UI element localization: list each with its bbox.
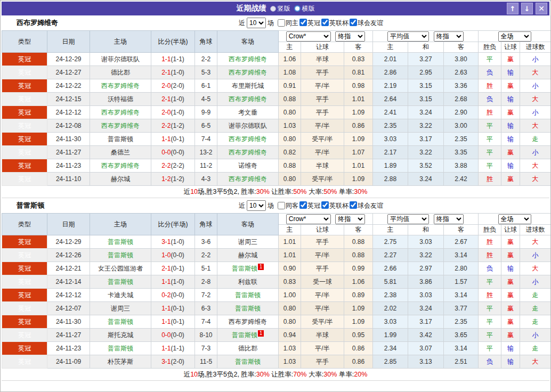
- home-team-cell: 西布罗姆维奇: [90, 159, 151, 173]
- move-down-button[interactable]: ↓: [521, 3, 533, 14]
- final-euro-odds-select[interactable]: 终指: [434, 31, 464, 42]
- team-name: 利兹联: [238, 278, 257, 285]
- layout-horizontal-radio[interactable]: 横版: [294, 4, 315, 13]
- team-name: 朴茨茅斯: [108, 358, 133, 365]
- fulltime-select[interactable]: 全场: [498, 31, 531, 42]
- euro-home-odds: 2.75: [373, 235, 408, 249]
- red-card-badge: 1: [258, 264, 264, 270]
- result-cell: 平: [479, 315, 501, 329]
- asian-away-odds: 1.09: [344, 133, 373, 146]
- handicap-result-cell: 输: [501, 159, 520, 173]
- league-badge: 英冠: [2, 289, 47, 302]
- team-name: 普雷斯顿: [108, 135, 133, 143]
- away-team-cell: 普雷斯顿1: [217, 262, 279, 275]
- halftime-score: (0-1): [171, 318, 184, 325]
- euro-away-odds: 2.80: [444, 262, 479, 275]
- sub-header-goals-result: 进球数: [520, 225, 551, 235]
- fulltime-score: 1-1: [161, 55, 171, 63]
- asian-handicap: 平/半: [301, 146, 344, 159]
- league-friendly-label: 球会友谊: [358, 202, 383, 209]
- recent-count-select[interactable]: 10: [247, 200, 266, 211]
- asian-away-odds: 0.88: [344, 235, 373, 249]
- move-up-button[interactable]: ↑: [507, 3, 518, 14]
- col-header-score: 比分(半场): [151, 214, 195, 235]
- league-badge: 英冠: [2, 249, 47, 262]
- asian-handicap: 平/半: [301, 79, 344, 93]
- euro-home-odds: 5.81: [373, 275, 408, 289]
- asian-away-odds: 0.86: [344, 342, 373, 355]
- goals-result-cell: 大: [520, 262, 551, 275]
- team-name: 普雷斯顿: [235, 305, 261, 312]
- corners-cell: 7-3: [195, 342, 217, 355]
- layout-vertical-radio[interactable]: 竖版: [270, 4, 290, 13]
- score-cell: 2-2(2-2): [151, 159, 195, 173]
- corners-cell: 9-9: [195, 106, 217, 119]
- league-badge: 英冠: [2, 302, 47, 315]
- euro-away-odds: 2.63: [444, 66, 479, 79]
- col-header-date: 日期: [47, 31, 90, 53]
- euro-away-odds: 2.42: [444, 173, 479, 186]
- away-team-cell: 谢周三: [217, 235, 279, 249]
- final-odds-select[interactable]: 终指: [335, 31, 365, 42]
- match-date: 24-12-12: [47, 289, 90, 302]
- handicap-result-cell: 赢: [501, 79, 520, 93]
- same-venue-checkbox[interactable]: [278, 19, 285, 27]
- asian-home-odds: 1.03: [279, 342, 301, 355]
- result-cell: 平: [479, 275, 501, 289]
- corners-cell: 11-5: [195, 355, 217, 369]
- home-team-cell: 赫尔城: [90, 173, 151, 186]
- asian-away-odds: 0.89: [344, 289, 373, 302]
- league-championship-checkbox[interactable]: [299, 19, 307, 26]
- fulltime-select[interactable]: 全场: [498, 214, 531, 224]
- league-badge: 英冠: [2, 146, 47, 159]
- home-team-cell: 谢周三: [90, 302, 151, 315]
- average-odds-select[interactable]: 平均值: [387, 31, 429, 42]
- euro-away-odds: 2.35: [444, 133, 479, 146]
- team-name: 桑德兰: [111, 149, 130, 156]
- close-button[interactable]: ✕: [536, 3, 547, 14]
- asian-away-odds: 0.86: [344, 355, 373, 369]
- match-date: 24-12-22: [47, 79, 90, 93]
- same-venue-checkbox[interactable]: [278, 202, 285, 209]
- league-efl-cup-checkbox[interactable]: [321, 201, 329, 209]
- team-name: 普雷斯顿: [232, 331, 257, 339]
- asian-away-odds: 1.09: [344, 302, 373, 315]
- league-friendly-checkbox[interactable]: [350, 201, 357, 209]
- recent-count-select[interactable]: 10: [247, 18, 266, 28]
- league-efl-cup-checkbox[interactable]: [321, 19, 329, 26]
- corners-cell: 2-2: [195, 53, 217, 66]
- odds-company-select[interactable]: Crow*: [286, 214, 331, 224]
- fulltime-score: 1-1: [161, 278, 171, 285]
- result-cell: 平: [479, 146, 501, 159]
- score-cell: 0-2(0-0): [151, 289, 195, 302]
- halftime-score: (1-2): [171, 122, 184, 129]
- away-team-cell: 普雷斯顿: [217, 289, 279, 302]
- summary-text: 场,胜3平5负2, 胜率:: [198, 371, 256, 378]
- euro-home-odds: 2.01: [373, 53, 408, 66]
- average-odds-select[interactable]: 平均值: [387, 214, 429, 224]
- layout-horizontal-label: 横版: [302, 4, 315, 13]
- home-team-cell: 桑德兰: [90, 146, 151, 159]
- corners-cell: 4-3: [195, 173, 217, 186]
- asian-home-odds: 0.94: [279, 329, 301, 342]
- league-championship-checkbox[interactable]: [299, 201, 307, 209]
- titlebar: 近期战绩 竖版 横版 ↑ ↓ ✕: [2, 2, 549, 15]
- handicap-result-cell: 赢: [501, 249, 520, 262]
- goals-result-cell: 大: [520, 66, 551, 79]
- asian-away-odds: 1.09: [344, 315, 373, 329]
- result-cell: 平: [479, 329, 501, 342]
- away-team-cell: 普雷斯顿: [217, 302, 279, 315]
- final-odds-select[interactable]: 终指: [335, 214, 365, 224]
- match-row: 英冠24-11-30普雷斯顿1-1(0-1)7-4西布罗姆维奇0.80受平/半1…: [2, 315, 551, 329]
- league-badge: 英冠: [2, 79, 47, 93]
- asian-home-odds: 1.06: [279, 53, 301, 66]
- final-euro-odds-select[interactable]: 终指: [434, 214, 464, 224]
- asian-away-odds: 1.01: [344, 93, 373, 106]
- handicap-result-cell: 赢: [501, 289, 520, 302]
- fulltime-score: 0-0: [161, 331, 171, 339]
- away-team-cell: 西布罗姆维奇: [217, 133, 279, 146]
- league-friendly-checkbox[interactable]: [350, 19, 357, 26]
- league-badge: 英冠: [2, 262, 47, 275]
- odds-company-select[interactable]: Crow*: [286, 31, 331, 42]
- away-team-cell: 普雷斯顿: [217, 355, 279, 369]
